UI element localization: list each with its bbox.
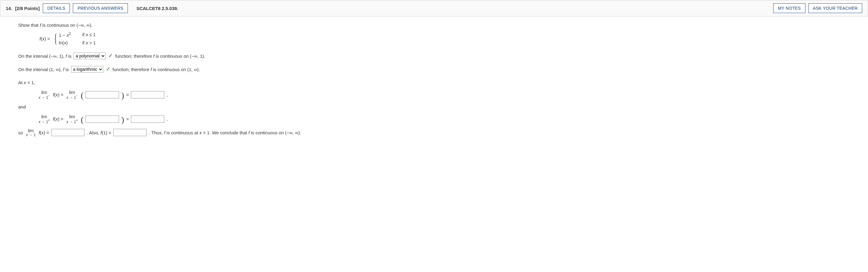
check-icon: ✓ [108,52,113,60]
lim-sub-arrow: → 1 [40,95,48,100]
function-type-select-2[interactable]: a logarithmic a polynomial [71,66,103,73]
comma: , [166,91,168,98]
previous-answers-button[interactable]: PREVIOUS ANSWERS [73,3,128,13]
piece1-cond-a: if [82,32,86,37]
l2-t1: On the interval (1, ∞), [18,67,63,72]
piece2-cond-x: x [86,40,88,45]
piece2-cond-c: > 1 [88,40,96,45]
piece2-c: ) [66,40,68,45]
statement-line-2: On the interval (1, ∞), f is a logarithm… [18,65,850,74]
left-limit-value-input[interactable] [131,91,164,98]
eq2: = [126,91,129,98]
also-a: . Also, [87,130,100,135]
prompt-t2: is continuous on (−∞, ∞). [41,23,92,28]
lim-top: lim [28,128,34,133]
l2-t2: is [64,67,69,72]
function-type-select-1[interactable]: a polynomial a logarithmic [73,53,106,59]
left-limit-expression-input[interactable] [86,91,119,98]
lim-top: lim [69,90,75,94]
piece1-x: x [66,32,69,38]
source-reference: SCALCET8 2.5.039. [136,6,178,11]
thus-c: = 1. We conclude that [202,130,248,135]
paren-open-icon: ( [81,117,84,123]
right-limit-value-input[interactable] [131,116,164,123]
fx-x: x [56,116,58,122]
at-x: x [24,80,26,85]
at-t1: At [18,80,24,85]
piece2-a: ln( [59,40,64,45]
two-sided-limit-input[interactable] [51,129,85,136]
l1-t4: is continuous on (−∞, 1). [155,54,205,59]
conclusion-row: so lim x → 1 f(x) = . Also, f(1) = . Thu… [18,128,850,137]
question-content: Show that f is continuous on (−∞, ∞). f(… [0,17,868,147]
lim-sub-sign: − [48,94,50,97]
thus-d: is continuous on (−∞, ∞). [250,130,301,135]
check-icon: ✓ [106,65,111,73]
lim-notation: lim x → 1 [26,128,35,137]
lim-notation: lim x → 1− [38,90,50,99]
l2-t3: function; therefore [113,67,151,72]
question-header: 14. [2/8 Points] DETAILS PREVIOUS ANSWER… [0,0,868,17]
and-label: and [18,103,850,110]
at-x-equals-1: At x = 1, [18,79,850,86]
thus-b: is continuous at [165,130,199,135]
l1-t2: is [67,54,71,59]
fx-lhs-eq: ) = [44,36,50,41]
l1-t3: function; therefore [115,54,153,59]
statement-line-1: On the interval (−∞, 1), f is a polynomi… [18,51,850,60]
my-notes-button[interactable]: MY NOTES [773,3,805,13]
so-text: so [18,129,23,136]
brace-icon: { [54,34,57,43]
eq: = [60,92,63,97]
thus-a: . Thus, [149,130,164,135]
lim-top: lim [41,90,47,94]
l2-t4: is continuous on (1, ∞). [152,67,200,72]
piece1-cond-c: ≤ 1 [88,32,96,37]
lim-sub-arrow: → 1 [68,95,76,100]
lim-sub-arrow: → 1 [28,133,35,137]
eq: = [45,130,49,135]
lim-sub-sign: + [76,119,78,122]
piecewise-definition: f(x) = { 1 − x2 if x ≤ 1 ln(x) if x > 1 [39,31,850,46]
piece1-a: 1 − [59,32,66,38]
fx-x: x [56,92,58,97]
comma: , [166,116,168,122]
eq: = [60,116,63,122]
lim-notation: lim x → 1+ [66,114,78,124]
f-of-1-input[interactable] [113,129,147,136]
piece1-exp: 2 [69,32,71,36]
also-b: (1) = [102,130,111,135]
prompt-text: Show that f is continuous on (−∞, ∞). [18,22,850,28]
right-limit-expression-input[interactable] [86,116,119,123]
l1-t1: On the interval (−∞, 1), [18,54,66,59]
piece2-cond-a: if [82,40,86,45]
points-label: [2/8 Points] [15,6,40,11]
lim-top: lim [69,114,75,119]
paren-close-icon: ) [121,117,124,123]
lim-sub-sign: − [76,94,78,97]
left-limit-row: lim x → 1− f(x) = lim x → 1− ( ) = , [38,90,850,99]
lim-sub-sign: + [48,119,50,122]
lim-notation: lim x → 1− [66,90,78,99]
fx-x: x [41,130,44,135]
right-limit-row: lim x → 1+ f(x) = lim x → 1+ ( ) = , [38,114,850,124]
piece2-x: x [64,40,66,45]
ask-teacher-button[interactable]: ASK YOUR TEACHER [808,3,862,13]
lim-sub-arrow: → 1 [68,120,76,124]
paren-close-icon: ) [121,92,124,98]
lim-notation: lim x → 1+ [38,114,50,124]
details-button[interactable]: DETAILS [43,3,70,13]
eq2: = [126,116,129,122]
fx-lhs-x: x [42,36,44,41]
at-t2: = 1, [26,80,35,85]
prompt-t1: Show that [18,23,40,28]
lim-sub-arrow: → 1 [40,120,48,124]
piece1-cond-x: x [86,32,88,37]
question-number: 14. [6,6,12,11]
lim-top: lim [41,114,47,119]
paren-open-icon: ( [81,92,84,98]
